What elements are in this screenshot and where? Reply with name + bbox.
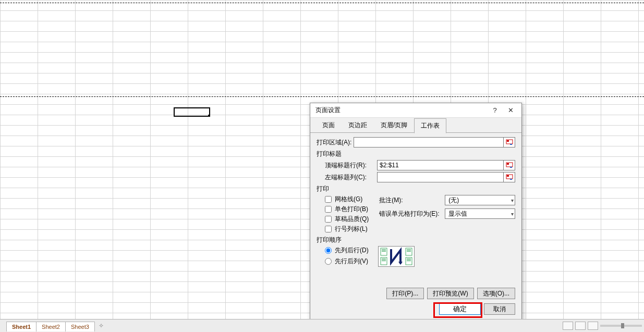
print-preview-button[interactable]: 打印预览(W): [427, 288, 473, 299]
print-button[interactable]: 打印(P)...: [386, 288, 424, 299]
dto-label: 先列后行(D): [335, 246, 369, 255]
top-rows-input[interactable]: [377, 160, 504, 170]
tab-margins[interactable]: 页边距: [342, 118, 374, 133]
svg-rect-20: [407, 260, 411, 260]
page-break: [0, 96, 644, 97]
options-button[interactable]: 选项(O)...: [477, 288, 515, 299]
draft-label: 草稿品质(Q): [335, 215, 369, 224]
close-button[interactable]: ✕: [503, 105, 518, 116]
comments-combo[interactable]: (无) ▾: [445, 195, 515, 205]
tab-sheet[interactable]: 工作表: [414, 118, 446, 133]
tab-page[interactable]: 页面: [315, 118, 342, 133]
cancel-button[interactable]: 取消: [484, 303, 515, 315]
svg-rect-5: [507, 175, 509, 177]
collapse-dialog-icon[interactable]: [504, 137, 515, 147]
svg-rect-10: [382, 249, 386, 250]
tab-headerfooter[interactable]: 页眉/页脚: [374, 118, 414, 133]
collapse-dialog-icon[interactable]: [504, 172, 515, 182]
svg-rect-3: [507, 163, 509, 165]
comments-value: (无): [448, 196, 459, 205]
left-cols-label: 左端标题列(C):: [325, 173, 375, 182]
new-sheet-icon[interactable]: ✧: [94, 321, 108, 331]
selected-cell[interactable]: [174, 107, 210, 117]
page-order-icon: [378, 246, 415, 267]
down-then-over-radio[interactable]: 先列后行(D): [325, 246, 369, 255]
page-break: [0, 3, 644, 3]
otd-label: 先行后列(V): [335, 257, 368, 266]
left-cols-input[interactable]: [377, 172, 504, 182]
fill-handle[interactable]: [208, 115, 210, 117]
row-col-headings-checkbox[interactable]: 行号列标(L): [325, 225, 369, 233]
svg-rect-18: [407, 251, 411, 252]
svg-rect-21: [407, 261, 411, 261]
sheet-tab[interactable]: Sheet2: [36, 322, 66, 331]
over-then-down-radio[interactable]: 先行后列(V): [325, 257, 369, 266]
errors-combo[interactable]: 显示值 ▾: [445, 208, 515, 219]
print-section-label: 打印: [317, 185, 515, 193]
bw-label: 单色打印(B): [335, 205, 368, 214]
svg-rect-17: [407, 250, 411, 251]
svg-rect-15: [382, 261, 386, 261]
sheet-tab[interactable]: Sheet1: [6, 322, 37, 331]
svg-rect-11: [382, 250, 386, 251]
dialog-tabs: 页面 页边距 页眉/页脚 工作表: [310, 118, 521, 133]
page-setup-dialog: 页面设置 ? ✕ 页面 页边距 页眉/页脚 工作表 打印区域(A): 打印标题 …: [310, 103, 522, 321]
dialog-body: 打印区域(A): 打印标题 顶端标题行(R): 左端标题列(C): [310, 133, 521, 271]
view-pagebreak-icon[interactable]: [588, 322, 598, 330]
svg-rect-16: [407, 249, 411, 250]
rch-label: 行号列标(L): [335, 225, 368, 233]
chevron-down-icon: ▾: [511, 211, 514, 217]
draft-checkbox[interactable]: 草稿品质(Q): [325, 215, 369, 224]
dialog-titlebar: 页面设置 ? ✕: [310, 103, 521, 118]
print-titles-label: 打印标题: [317, 150, 515, 158]
view-normal-icon[interactable]: [563, 322, 573, 330]
svg-rect-14: [382, 260, 386, 260]
errors-value: 显示值: [448, 210, 467, 218]
top-rows-label: 顶端标题行(R):: [325, 161, 375, 170]
errors-label: 错误单元格打印为(E):: [379, 210, 442, 218]
sheet-tab[interactable]: Sheet3: [65, 322, 95, 331]
svg-rect-19: [407, 259, 411, 259]
black-white-checkbox[interactable]: 单色打印(B): [325, 205, 369, 214]
gridlines-checkbox[interactable]: 网格线(G): [325, 195, 369, 204]
dialog-title: 页面设置: [315, 106, 487, 115]
ok-button[interactable]: 确定: [439, 303, 481, 315]
zoom-slider[interactable]: [600, 325, 642, 327]
chevron-down-icon: ▾: [511, 198, 514, 203]
print-area-input[interactable]: [354, 137, 504, 147]
svg-rect-1: [507, 140, 509, 142]
svg-rect-12: [382, 251, 386, 252]
comments-label: 批注(M):: [379, 196, 442, 205]
svg-rect-13: [382, 259, 386, 259]
collapse-dialog-icon[interactable]: [504, 160, 515, 170]
gridlines-label: 网格线(G): [335, 195, 362, 204]
page-order-label: 打印顺序: [317, 236, 515, 244]
statusbar-right: [529, 319, 644, 332]
print-area-label: 打印区域(A):: [317, 138, 351, 147]
help-button[interactable]: ?: [487, 105, 503, 116]
view-pagelayout-icon[interactable]: [575, 322, 586, 330]
